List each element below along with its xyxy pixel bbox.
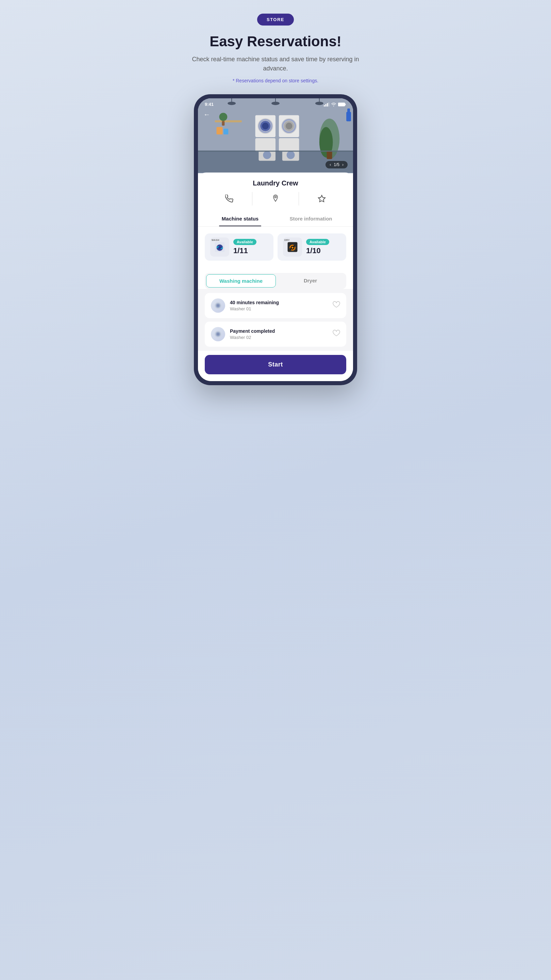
washer01-favorite-button[interactable] bbox=[333, 301, 340, 310]
svg-rect-5 bbox=[345, 103, 346, 105]
dry-count-number: 1/10 bbox=[306, 247, 329, 255]
filter-washing-machine[interactable]: Washing machine bbox=[206, 274, 276, 288]
hero-image: 9:41 bbox=[198, 98, 353, 173]
svg-rect-36 bbox=[198, 151, 353, 152]
wifi-icon bbox=[331, 102, 337, 107]
dry-icon-wrapper: DRY bbox=[283, 237, 302, 256]
svg-rect-26 bbox=[279, 138, 299, 152]
washer02-favorite-button[interactable] bbox=[333, 330, 340, 339]
dry-count-info: Available 1/10 bbox=[306, 239, 329, 255]
star-icon bbox=[318, 195, 326, 203]
filter-dryer[interactable]: Dryer bbox=[276, 274, 345, 288]
store-card: Laundry Crew bbox=[198, 172, 353, 211]
svg-rect-3 bbox=[329, 102, 330, 107]
machine-list: 40 minutes remaining Washer 01 bbox=[198, 289, 353, 351]
dry-machine-icon bbox=[286, 241, 299, 253]
carousel-indicator[interactable]: ‹ 1/5 › bbox=[326, 161, 348, 169]
washer02-heart-icon bbox=[333, 330, 340, 337]
svg-point-33 bbox=[263, 151, 271, 159]
dry-count-card: DRY Available 1/10 bbox=[278, 234, 346, 261]
wash-icon-wrapper: WASH bbox=[210, 237, 229, 256]
hero-subtitle: Check real-time machine status and save … bbox=[180, 55, 371, 73]
status-bar: 9:41 bbox=[198, 98, 353, 107]
svg-rect-1 bbox=[326, 104, 327, 107]
washer01-name: Washer 01 bbox=[230, 306, 279, 311]
svg-point-43 bbox=[218, 247, 221, 249]
location-icon bbox=[272, 195, 279, 203]
dry-type-label: DRY bbox=[284, 239, 290, 241]
svg-point-24 bbox=[286, 123, 292, 130]
washer01-status: 40 minutes remaining bbox=[230, 300, 279, 305]
store-actions bbox=[206, 192, 345, 205]
start-button[interactable]: Start bbox=[205, 355, 346, 374]
start-button-wrapper: Start bbox=[198, 351, 353, 381]
wash-type-label: WASH bbox=[211, 239, 219, 241]
washer01-heart-icon bbox=[333, 301, 340, 308]
page-wrapper: STORE Easy Reservations! Check real-time… bbox=[180, 14, 371, 385]
washer01-info: 40 minutes remaining Washer 01 bbox=[230, 300, 279, 311]
svg-rect-31 bbox=[327, 151, 332, 159]
svg-point-15 bbox=[219, 113, 227, 121]
wash-count-number: 1/11 bbox=[233, 247, 256, 255]
phone-frame: 9:41 bbox=[194, 94, 357, 385]
svg-rect-27 bbox=[346, 112, 351, 121]
wash-available-badge: Available bbox=[233, 239, 256, 245]
carousel-prev[interactable]: ‹ bbox=[330, 162, 331, 167]
svg-rect-0 bbox=[324, 105, 325, 107]
store-name: Laundry Crew bbox=[206, 179, 345, 187]
status-icons bbox=[324, 102, 346, 107]
tab-machine-status[interactable]: Machine status bbox=[205, 211, 275, 226]
phone-action-button[interactable] bbox=[206, 192, 252, 205]
washer02-left: Payment completed Washer 02 bbox=[211, 327, 275, 341]
carousel-position: 1/5 bbox=[333, 162, 340, 167]
hero-note: * Reservations depend on store settings. bbox=[233, 78, 318, 83]
svg-rect-4 bbox=[338, 103, 345, 106]
hero-title: Easy Reservations! bbox=[210, 34, 341, 49]
svg-rect-38 bbox=[224, 129, 228, 134]
svg-rect-2 bbox=[327, 103, 328, 107]
wash-machine-icon bbox=[214, 241, 226, 253]
washer01-left: 40 minutes remaining Washer 01 bbox=[211, 298, 279, 313]
favorite-action-button[interactable] bbox=[299, 192, 345, 205]
washer01-machine-icon bbox=[214, 301, 222, 310]
svg-rect-37 bbox=[217, 127, 223, 134]
machine-counts: WASH Available 1/11 bbox=[205, 234, 346, 261]
status-time: 9:41 bbox=[205, 102, 214, 107]
svg-point-50 bbox=[217, 304, 219, 307]
machine-list-item: Payment completed Washer 02 bbox=[205, 321, 346, 347]
battery-icon bbox=[338, 102, 346, 107]
wash-count-card: WASH Available 1/11 bbox=[205, 234, 273, 261]
svg-point-20 bbox=[262, 123, 269, 130]
washer02-name: Washer 02 bbox=[230, 335, 275, 340]
svg-marker-40 bbox=[318, 195, 325, 202]
washer01-icon bbox=[211, 298, 225, 313]
tab-store-information[interactable]: Store information bbox=[275, 211, 346, 226]
carousel-next[interactable]: › bbox=[342, 162, 343, 167]
filter-tabs: Washing machine Dryer bbox=[205, 273, 346, 289]
svg-point-35 bbox=[287, 151, 295, 159]
svg-rect-14 bbox=[215, 121, 242, 123]
washer02-status: Payment completed bbox=[230, 328, 275, 334]
svg-point-39 bbox=[275, 196, 276, 198]
signal-icon bbox=[324, 102, 329, 107]
phone-inner: 9:41 bbox=[198, 98, 353, 381]
machine-status-section: WASH Available 1/11 bbox=[198, 227, 353, 267]
phone-icon bbox=[225, 195, 233, 203]
location-action-button[interactable] bbox=[252, 192, 299, 205]
washer02-machine-icon bbox=[214, 330, 222, 338]
svg-point-47 bbox=[292, 247, 293, 248]
washer02-info: Payment completed Washer 02 bbox=[230, 328, 275, 340]
svg-rect-16 bbox=[222, 121, 224, 126]
washer02-icon bbox=[211, 327, 225, 341]
dry-available-badge: Available bbox=[306, 239, 329, 245]
store-badge: STORE bbox=[257, 14, 294, 25]
svg-rect-28 bbox=[347, 108, 350, 113]
machine-list-item: 40 minutes remaining Washer 01 bbox=[205, 293, 346, 318]
svg-rect-25 bbox=[256, 138, 275, 152]
tabs-bar: Machine status Store information bbox=[198, 211, 353, 227]
back-button[interactable]: ← bbox=[203, 111, 210, 118]
wash-count-info: Available 1/11 bbox=[233, 239, 256, 255]
svg-point-53 bbox=[217, 333, 219, 336]
